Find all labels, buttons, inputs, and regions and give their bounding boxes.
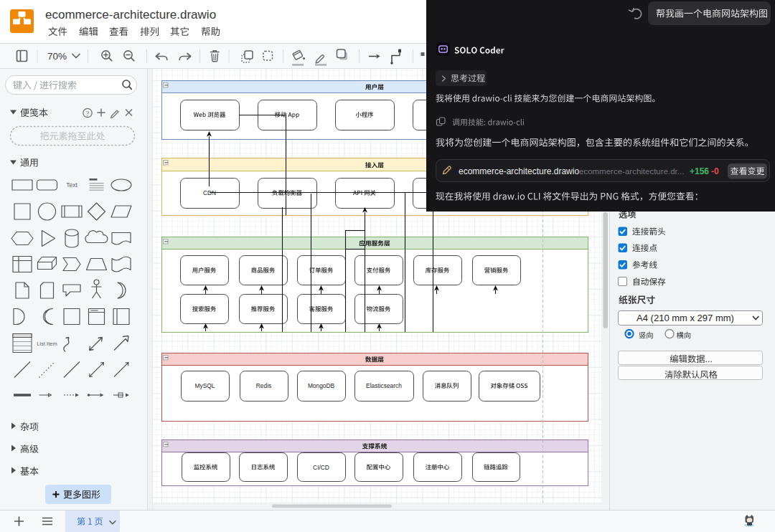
svg-text:?: ?: [86, 110, 89, 118]
svg-text:List Item: List Item: [37, 341, 57, 347]
svg-text:ecommerce-architecture.drawio: ecommerce-architecture.drawio: [459, 166, 579, 176]
svg-text:MySQL: MySQL: [195, 382, 215, 389]
svg-text:CI/CD: CI/CD: [313, 464, 329, 471]
svg-text:Text: Text: [66, 181, 78, 189]
svg-text:+156: +156: [690, 166, 709, 176]
svg-text:70%: 70%: [47, 51, 67, 62]
svg-text:Redis: Redis: [256, 382, 271, 389]
svg-text:Elasticsearch: Elasticsearch: [366, 382, 402, 389]
svg-text:MongoDB: MongoDB: [308, 382, 335, 389]
svg-text:ecommerce-architecture.dr...: ecommerce-architecture.dr...: [579, 167, 684, 176]
svg-text:A4 (210 mm x 297 mm): A4 (210 mm x 297 mm): [637, 313, 734, 323]
svg-text:-0: -0: [711, 166, 719, 176]
